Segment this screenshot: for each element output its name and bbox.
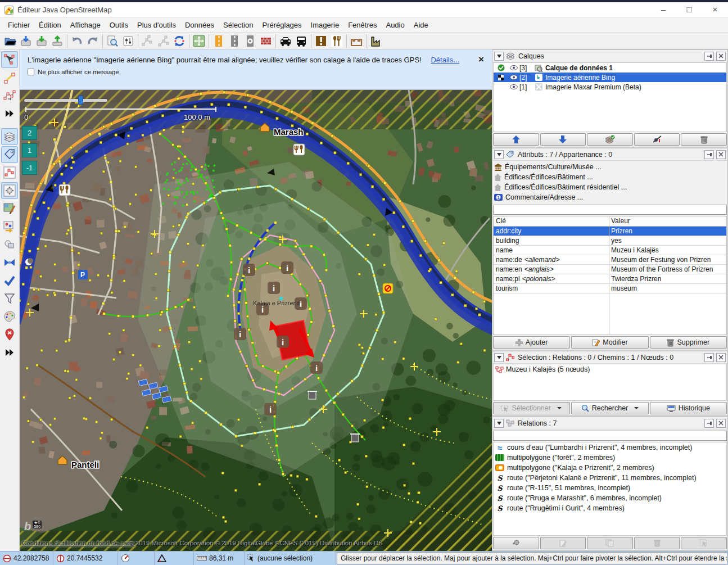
layer-row-bing[interactable]: [2] Imagerie aérienne Bing	[494, 73, 726, 82]
mappaint-dialog-button[interactable]	[1, 200, 18, 217]
info-board-icon[interactable]: i	[243, 264, 255, 276]
relation-item[interactable]: multipolygone ("forêt", 2 membres)	[494, 453, 726, 463]
dont-show-again-checkbox[interactable]	[28, 69, 34, 75]
download-in-view-button[interactable]	[34, 34, 49, 48]
info-board-icon[interactable]: i	[281, 261, 293, 274]
relation-dialog-button[interactable]	[1, 218, 18, 235]
close-notification-button[interactable]: ×	[478, 55, 484, 64]
command-stack-dialog-button[interactable]	[1, 254, 18, 271]
search-button[interactable]	[105, 34, 120, 48]
duplicate-relation-button[interactable]	[587, 537, 633, 549]
unglue-way-button[interactable]	[140, 34, 156, 48]
waste-basket-icon[interactable]	[308, 391, 317, 399]
preset-link-residential[interactable]: Édifices/Édifices/Bâtiment résidentiel .…	[492, 182, 727, 192]
relation-item[interactable]: route ("Rruga e Marashit", 6 membres, in…	[494, 493, 726, 503]
relation-filter-input[interactable]	[493, 431, 727, 441]
level-button[interactable]: 1	[22, 143, 37, 157]
open-file-button[interactable]	[2, 34, 18, 48]
preset-link-building[interactable]: Édifices/Édifices/Bâtiment ...	[492, 172, 727, 182]
sticky-panel-button[interactable]	[704, 52, 714, 61]
more-tools-button[interactable]	[1, 105, 18, 122]
selection-dialog-button[interactable]	[1, 164, 18, 181]
edit-tag-button[interactable]: Modifier	[571, 336, 648, 349]
tag-row[interactable]: name:de<allemand> Museum der Festung von…	[494, 255, 726, 265]
info-board-icon[interactable]: i	[264, 403, 277, 415]
panel-menu-button[interactable]	[494, 150, 504, 159]
new-relation-button[interactable]	[493, 537, 539, 549]
warning-sign-icon[interactable]	[383, 283, 393, 293]
selection-item[interactable]: Muzeu i Kalajës (5 nœuds)	[494, 364, 726, 374]
works-button[interactable]	[368, 34, 384, 48]
menu-item[interactable]: Édition	[34, 19, 66, 31]
dropdown-caret[interactable]	[557, 407, 562, 412]
windows-dialog-button[interactable]	[1, 182, 18, 199]
tags-dialog-button[interactable]	[1, 146, 18, 163]
level-button[interactable]: 2	[22, 126, 37, 140]
delete-relation-button[interactable]	[634, 537, 680, 549]
tag-row[interactable]: tourism museum	[494, 284, 726, 293]
merge-layer-button[interactable]	[587, 133, 633, 146]
relation-item[interactable]: route ("Përjetoni Kalanë e Prizrenit", 1…	[494, 473, 726, 483]
filter-dialog-button[interactable]	[1, 290, 18, 307]
waste-basket-icon[interactable]	[350, 434, 360, 442]
move-layer-up-button[interactable]	[493, 133, 539, 146]
menu-item[interactable]: Affichage	[66, 19, 105, 31]
info-board-icon[interactable]: i	[277, 336, 289, 348]
validator-dialog-button[interactable]	[1, 272, 18, 289]
menu-item[interactable]: Sélection	[219, 19, 257, 31]
dropdown-caret[interactable]	[634, 407, 639, 412]
eye-icon[interactable]	[510, 75, 518, 80]
sticky-panel-button[interactable]	[704, 419, 714, 428]
car-button[interactable]	[278, 34, 293, 48]
details-link[interactable]: Détails...	[431, 56, 459, 64]
tourist-info-button[interactable]	[313, 34, 329, 48]
select-button[interactable]: Sélectionner	[493, 402, 570, 414]
relation-item[interactable]: multipolygone ("Kalaja e Prizrenit", 2 m…	[494, 463, 726, 473]
tag-row[interactable]: name:pl<polonais> Twierdza Prizren	[494, 274, 726, 284]
upload-data-button[interactable]	[49, 34, 65, 48]
edit-relation-button[interactable]	[540, 537, 586, 549]
eye-icon[interactable]	[510, 65, 518, 70]
level-button[interactable]: -1	[22, 161, 37, 175]
restaurant-button[interactable]	[329, 34, 345, 48]
preset-link-address[interactable]: 1 Commentaire/Adresse ...	[492, 192, 727, 202]
notes-dialog-button[interactable]	[1, 326, 18, 343]
menu-item[interactable]: Fenêtres	[343, 19, 381, 31]
delete-layer-button[interactable]	[681, 133, 727, 146]
mini-roundabout-button[interactable]	[242, 34, 258, 48]
undo-button[interactable]	[69, 34, 85, 48]
bus-button[interactable]	[293, 34, 309, 48]
move-map-button[interactable]	[191, 34, 207, 48]
tag-row[interactable]: name:en<anglais> Museum of the Fortress …	[494, 265, 726, 274]
relation-item[interactable]: route ("R-115", 51 membres, incomplet)	[494, 483, 726, 493]
layers-dialog-button[interactable]	[1, 128, 18, 145]
restaurant-map-icon[interactable]	[293, 144, 305, 155]
menu-item[interactable]: Plus d'outils	[133, 19, 180, 31]
menu-item[interactable]: Outils	[105, 19, 133, 31]
more-dialogs-button[interactable]	[1, 344, 18, 361]
wall-button[interactable]	[258, 34, 274, 48]
relation-item[interactable]: route ("Rrugëtimi i Gurit", 4 membres)	[494, 503, 726, 513]
castle-button[interactable]	[349, 34, 364, 48]
restaurant-map-icon[interactable]	[59, 184, 70, 196]
menu-item[interactable]: Données	[180, 19, 219, 31]
menu-item[interactable]: Fichier	[3, 19, 34, 31]
layer-row-maxar[interactable]: [1] Imagerie Maxar Premium (Beta)	[494, 82, 726, 92]
download-data-button[interactable]	[18, 34, 34, 48]
close-panel-button[interactable]	[716, 52, 726, 61]
info-board-icon[interactable]: i	[268, 282, 280, 294]
menu-item[interactable]: Aide	[409, 19, 433, 31]
delete-tag-button[interactable]: Supprimer	[650, 336, 727, 349]
parking-icon[interactable]: P	[78, 270, 88, 279]
tag-row[interactable]: building yes	[494, 236, 726, 246]
layer-row-data[interactable]: [3] Calque de données 1	[494, 63, 726, 73]
menu-item[interactable]: Préréglages	[257, 19, 306, 31]
select-tool-button[interactable]	[1, 51, 18, 68]
history-button[interactable]: Historique	[650, 402, 727, 414]
panel-menu-button[interactable]	[494, 419, 504, 428]
eye-icon[interactable]	[510, 84, 518, 89]
close-panel-button[interactable]	[716, 419, 726, 428]
info-board-icon[interactable]: i	[234, 328, 246, 340]
panel-menu-button[interactable]	[494, 353, 504, 362]
road-primary-button[interactable]	[211, 34, 227, 48]
